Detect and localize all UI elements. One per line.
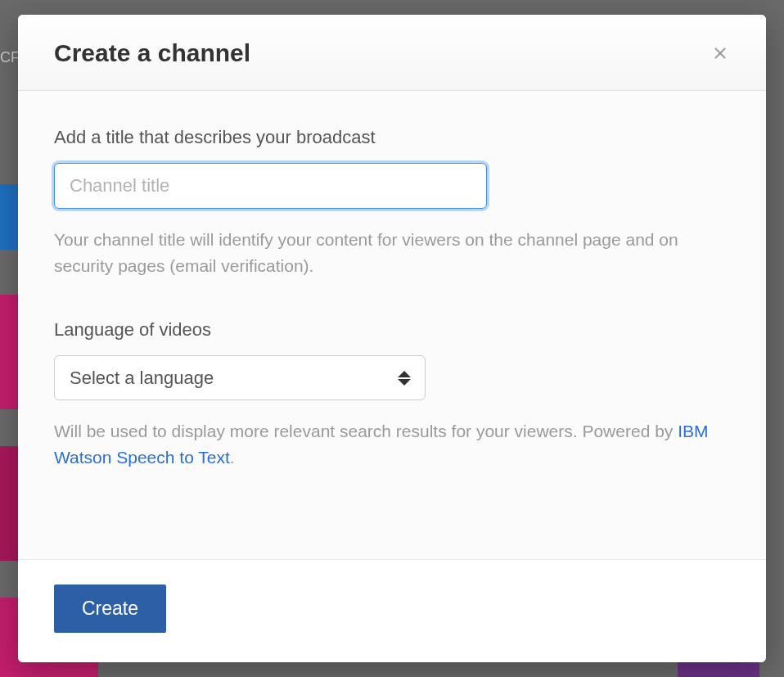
channel-title-label: Add a title that describes your broadcas… (54, 127, 730, 148)
channel-title-input[interactable] (54, 163, 487, 209)
channel-title-help: Your channel title will identify your co… (54, 227, 730, 278)
create-channel-modal: Create a channel Add a title that descri… (18, 15, 766, 662)
language-help-prefix: Will be used to display more relevant se… (54, 422, 678, 440)
language-help: Will be used to display more relevant se… (54, 418, 730, 470)
language-help-suffix: . (230, 448, 235, 467)
modal-title: Create a channel (54, 39, 250, 67)
language-label: Language of videos (54, 319, 730, 341)
background-text: CF (0, 49, 20, 66)
modal-header: Create a channel (18, 15, 766, 91)
modal-body: Add a title that describes your broadcas… (18, 91, 766, 559)
create-button[interactable]: Create (54, 584, 166, 633)
close-icon (710, 43, 730, 63)
language-select[interactable]: Select a language (54, 355, 426, 400)
modal-footer: Create (18, 559, 766, 662)
close-button[interactable] (707, 40, 733, 66)
language-select-wrap: Select a language (54, 355, 426, 400)
